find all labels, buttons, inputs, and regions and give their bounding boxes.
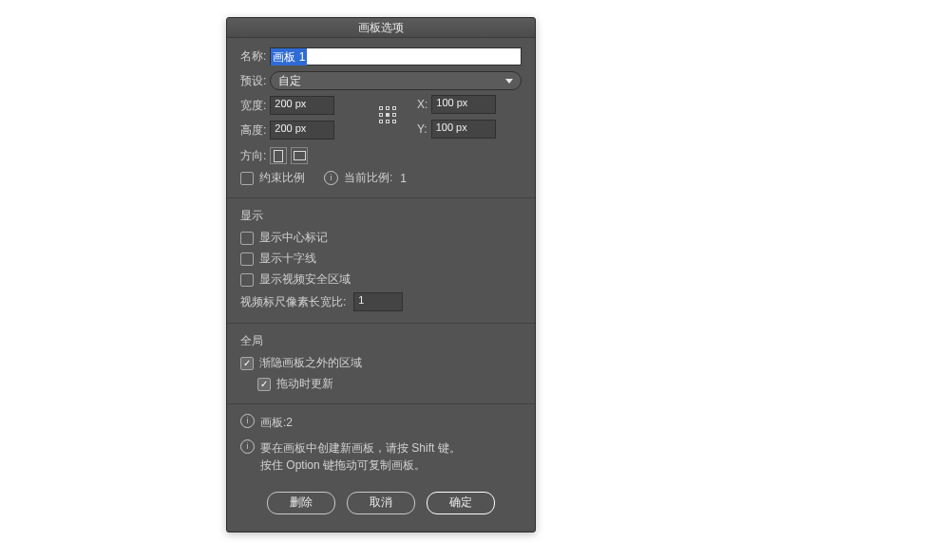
y-label: Y: <box>417 122 428 136</box>
orientation-landscape-button[interactable] <box>291 147 308 164</box>
global-section-title: 全局 <box>240 333 522 349</box>
ruler-ratio-input[interactable]: 1 <box>353 292 403 311</box>
x-label: X: <box>417 98 428 111</box>
name-label: 名称: <box>240 48 266 65</box>
name-input[interactable]: 画板 1 <box>270 47 522 65</box>
dialog-title: 画板选项 <box>227 18 535 38</box>
fade-outside-row: 渐隐画板之外的区域 <box>240 355 522 371</box>
height-input[interactable]: 200 px <box>270 121 334 140</box>
preset-dropdown[interactable]: 自定 <box>270 71 522 90</box>
current-ratio-value: 1 <box>400 172 407 185</box>
ruler-ratio-label: 视频标尺像素长宽比: <box>240 294 346 310</box>
artboards-count-label: 画板: <box>260 416 286 429</box>
artboard-options-dialog: 画板选项 名称: 画板 1 预设: 自定 宽度: 200 px 高度: 200 … <box>226 17 536 532</box>
landscape-icon <box>294 151 306 160</box>
crosshair-checkbox[interactable] <box>240 252 254 266</box>
ok-button[interactable]: 确定 <box>427 492 495 514</box>
help-line-1: 要在画板中创建新画板，请按 Shift 键。 <box>260 439 461 457</box>
orientation-row: 方向: <box>240 147 522 164</box>
width-input[interactable]: 200 px <box>270 96 334 115</box>
display-section-title: 显示 <box>240 208 522 224</box>
portrait-icon <box>274 150 283 162</box>
crosshair-row: 显示十字线 <box>240 251 522 267</box>
center-mark-label: 显示中心标记 <box>259 230 328 246</box>
preset-label: 预设: <box>240 73 266 89</box>
preset-value: 自定 <box>278 73 301 89</box>
height-label: 高度: <box>240 122 266 139</box>
info-icon: i <box>240 439 255 454</box>
center-mark-row: 显示中心标记 <box>240 230 522 246</box>
constrain-checkbox[interactable] <box>240 172 254 185</box>
info-icon: i <box>324 171 338 185</box>
info-icon: i <box>240 414 255 428</box>
orientation-label: 方向: <box>240 148 266 164</box>
fade-outside-label: 渐隐画板之外的区域 <box>259 355 362 371</box>
crosshair-label: 显示十字线 <box>259 251 316 267</box>
help-line-2: 按住 Option 键拖动可复制画板。 <box>260 457 461 475</box>
artboard-count-row: i 画板:2 <box>240 414 522 432</box>
anchor-grid-icon <box>379 106 397 124</box>
safe-area-label: 显示视频安全区域 <box>259 271 351 288</box>
help-text: i 要在画板中创建新画板，请按 Shift 键。 按住 Option 键拖动可复… <box>240 439 522 475</box>
dimensions-group: 宽度: 200 px 高度: 200 px X: 100 px <box>240 96 522 141</box>
constrain-label: 约束比例 <box>259 170 305 186</box>
safe-area-row: 显示视频安全区域 <box>240 271 522 288</box>
artboards-count-value: 2 <box>286 416 293 429</box>
y-input[interactable]: 100 px <box>431 120 496 139</box>
fade-outside-checkbox[interactable] <box>240 357 254 370</box>
safe-area-checkbox[interactable] <box>240 273 254 287</box>
preset-row: 预设: 自定 <box>240 71 522 90</box>
center-mark-checkbox[interactable] <box>240 232 254 245</box>
reference-point-picker[interactable] <box>377 101 398 129</box>
name-value: 画板 1 <box>271 48 307 65</box>
x-input[interactable]: 100 px <box>431 95 496 114</box>
separator <box>227 403 535 404</box>
name-row: 名称: 画板 1 <box>240 47 522 65</box>
cancel-button[interactable]: 取消 <box>347 492 415 514</box>
update-drag-row: 拖动时更新 <box>257 376 522 392</box>
update-drag-checkbox[interactable] <box>257 378 271 391</box>
delete-button[interactable]: 删除 <box>267 492 335 514</box>
button-row: 删除 取消 确定 <box>240 475 522 532</box>
current-ratio-label: 当前比例: <box>344 170 392 186</box>
orientation-portrait-button[interactable] <box>270 147 287 164</box>
chevron-down-icon <box>505 79 513 84</box>
width-label: 宽度: <box>240 98 266 114</box>
separator <box>227 323 535 324</box>
constrain-row: 约束比例 i 当前比例: 1 <box>240 170 522 186</box>
separator <box>227 197 535 198</box>
update-drag-label: 拖动时更新 <box>276 376 333 392</box>
ruler-ratio-row: 视频标尺像素长宽比: 1 <box>240 292 522 311</box>
